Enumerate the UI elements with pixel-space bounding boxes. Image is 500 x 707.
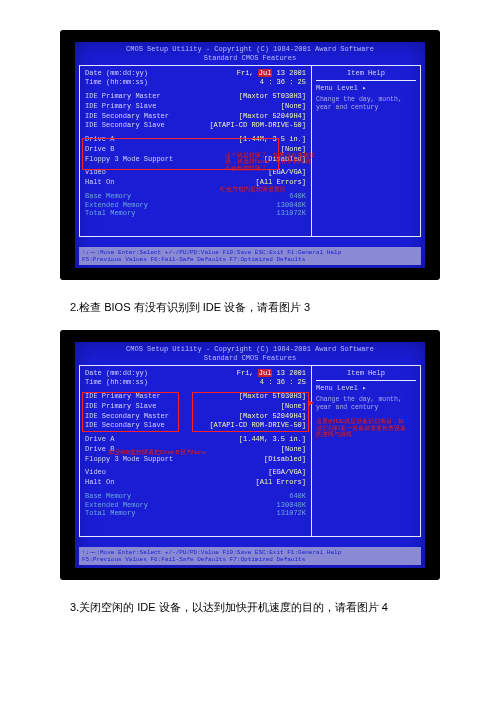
date-label: Date (mm:dd:yy) (85, 69, 148, 78)
floppy-annotation-1: 这个就是软驱了，如果没有连接软驱，就选择None，可在开机时就不会检测软驱了 (225, 152, 315, 172)
ide-pm-value: [Maxtor 5T030H3] (239, 92, 306, 101)
ide-sm-label: IDE Secondary Master (85, 112, 169, 121)
drive-b-value: [None] (281, 445, 306, 454)
ide-ps-label: IDE Primary Slave (85, 402, 156, 411)
time-value: 4 : 36 : 25 (260, 378, 306, 387)
ext-mem-label: Extended Memory (85, 501, 148, 510)
ide-pm-label: IDE Primary Master (85, 392, 161, 401)
bios-screenshot-1: CMOS Setup Utility - Copyright (C) 1984-… (60, 30, 440, 280)
date-value: Fri, Jul 13 2001 (237, 69, 306, 78)
total-mem-label: Total Memory (85, 209, 135, 218)
ide-sm-value: [Maxtor 52049H4] (239, 412, 306, 421)
bios-screenshot-2: CMOS Setup Utility - Copyright (C) 1984-… (60, 330, 440, 580)
floppy3-label: Floppy 3 Mode Support (85, 455, 173, 464)
ide-ss-value: [ATAPI-CD ROM-DRIVE-50] (209, 421, 306, 430)
bios-main-panel: Date (mm:dd:yy) Fri, Jul 13 2001 Time (h… (80, 366, 312, 536)
ext-mem-value: 130048K (277, 201, 306, 210)
ide-ps-label: IDE Primary Slave (85, 102, 156, 111)
help-text: Change the day, month, year and century (316, 96, 416, 112)
ide-sm-label: IDE Secondary Master (85, 412, 169, 421)
bios-title-2: Standard CMOS Features (75, 354, 425, 363)
ide-annotation: 这里的IDE就是设备识别项目，如没识别到某一设备就需要检查设备的连线与跳线 (316, 418, 408, 438)
ext-mem-label: Extended Memory (85, 201, 148, 210)
footer-line-1: ↑↓→←:Move Enter:Select +/-/PU/PD:Value F… (82, 249, 418, 256)
floppy3-label: Floppy 3 Mode Support (85, 155, 173, 164)
footer-line-2: F5:Previous Values F6:Fail-Safe Defaults… (82, 556, 418, 563)
video-label: Video (85, 468, 106, 477)
time-value: 4 : 36 : 25 (260, 78, 306, 87)
time-label: Time (hh:mm:ss) (85, 378, 148, 387)
base-mem-value: 640K (289, 492, 306, 501)
date-label: Date (mm:dd:yy) (85, 369, 148, 378)
bios-main-panel: Date (mm:dd:yy) Fri, Jul 13 2001 Time (h… (80, 66, 312, 236)
menu-level: Menu Level ▸ (316, 384, 416, 393)
bios-title-1: CMOS Setup Utility - Copyright (C) 1984-… (75, 45, 425, 54)
halt-label: Halt On (85, 478, 114, 487)
drive-a-label: Drive A (85, 435, 114, 444)
date-value: Fri, Jul 13 2001 (237, 369, 306, 378)
ide-ss-label: IDE Secondary Slave (85, 121, 165, 130)
ide-ps-value: [None] (281, 102, 306, 111)
bios-header: CMOS Setup Utility - Copyright (C) 1984-… (75, 42, 425, 65)
total-mem-label: Total Memory (85, 509, 135, 518)
drive-a-value: [1.44M, 3.5 in.] (239, 135, 306, 144)
bios-help-panel: Item Help Menu Level ▸ Change the day, m… (312, 366, 420, 536)
video-label: Video (85, 168, 106, 177)
bios-header: CMOS Setup Utility - Copyright (C) 1984-… (75, 342, 425, 365)
ide-pm-label: IDE Primary Master (85, 92, 161, 101)
floppy3-value: [Disabled] (264, 455, 306, 464)
ide-ps-value: [None] (281, 402, 306, 411)
menu-level: Menu Level ▸ (316, 84, 416, 93)
drive-b-label: Drive B (85, 145, 114, 154)
time-label: Time (hh:mm:ss) (85, 78, 148, 87)
drive-a-value: [1.44M, 3.5 in.] (239, 435, 306, 444)
ide-sm-value: [Maxtor 52049H4] (239, 112, 306, 121)
total-mem-value: 131072K (277, 509, 306, 518)
caption-3: 3.关闭空闲的 IDE 设备，以达到加快开机速度的目的，请看图片 4 (70, 600, 460, 615)
ide-ss-label: IDE Secondary Slave (85, 421, 165, 430)
footer-line-2: F5:Previous Values F6:Fail-Safe Defaults… (82, 256, 418, 263)
bios-title-1: CMOS Setup Utility - Copyright (C) 1984-… (75, 345, 425, 354)
video-value: [EGA/VGA] (268, 468, 306, 477)
bios-body: Date (mm:dd:yy) Fri, Jul 13 2001 Time (h… (79, 365, 421, 537)
total-mem-value: 131072K (277, 209, 306, 218)
base-mem-label: Base Memory (85, 492, 131, 501)
bios-footer: ↑↓→←:Move Enter:Select +/-/PU/PD:Value F… (79, 247, 421, 265)
help-title: Item Help (316, 69, 416, 82)
help-title: Item Help (316, 369, 416, 382)
drive-b-annotation: 如没有B盘软驱请把Drive B设为None (108, 449, 238, 456)
footer-line-1: ↑↓→←:Move Enter:Select +/-/PU/PD:Value F… (82, 549, 418, 556)
bios-screen: CMOS Setup Utility - Copyright (C) 1984-… (75, 42, 425, 268)
bios-title-2: Standard CMOS Features (75, 54, 425, 63)
ide-ss-value: [ATAPI-CD ROM-DRIVE-50] (209, 121, 306, 130)
caption-2: 2.检查 BIOS 有没有识别到 IDE 设备，请看图片 3 (70, 300, 460, 315)
bios-screen: CMOS Setup Utility - Copyright (C) 1984-… (75, 342, 425, 568)
floppy-annotation-2: 红色方框内是软驱设置区 (220, 186, 310, 193)
drive-a-label: Drive A (85, 135, 114, 144)
arrow-icon (308, 400, 314, 406)
halt-label: Halt On (85, 178, 114, 187)
base-mem-value: 640K (289, 192, 306, 201)
bios-body: Date (mm:dd:yy) Fri, Jul 13 2001 Time (h… (79, 65, 421, 237)
ext-mem-value: 130048K (277, 501, 306, 510)
help-text: Change the day, month, year and century (316, 396, 416, 412)
ide-pm-value: [Maxtor 5T030H3] (239, 392, 306, 401)
bios-help-panel: Item Help Menu Level ▸ Change the day, m… (312, 66, 420, 236)
halt-value: [All Errors] (256, 478, 306, 487)
bios-footer: ↑↓→←:Move Enter:Select +/-/PU/PD:Value F… (79, 547, 421, 565)
base-mem-label: Base Memory (85, 192, 131, 201)
